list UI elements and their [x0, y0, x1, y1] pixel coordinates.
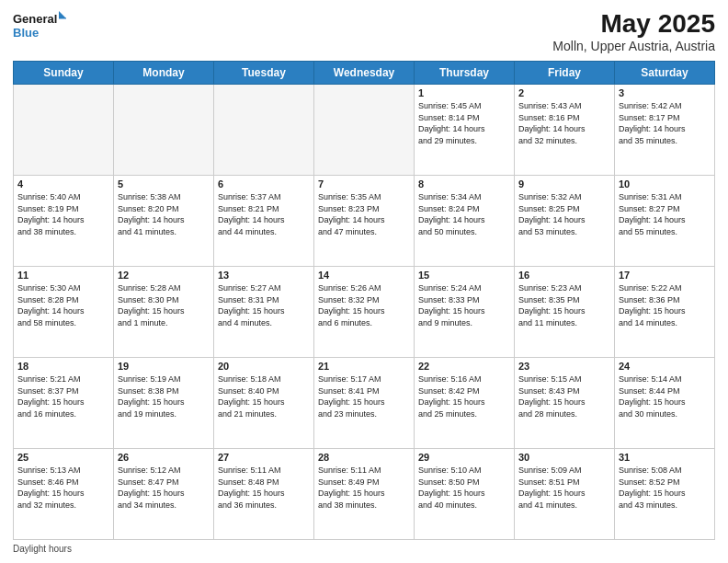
day-info: Sunrise: 5:24 AM Sunset: 8:33 PM Dayligh…	[418, 282, 510, 328]
calendar-body: 1Sunrise: 5:45 AM Sunset: 8:14 PM Daylig…	[14, 85, 715, 540]
day-number: 11	[17, 270, 109, 281]
calendar-cell: 8Sunrise: 5:34 AM Sunset: 8:24 PM Daylig…	[415, 176, 515, 267]
calendar-cell: 5Sunrise: 5:38 AM Sunset: 8:20 PM Daylig…	[114, 176, 214, 267]
weekday-header-cell: Saturday	[615, 62, 715, 85]
calendar-cell: 29Sunrise: 5:10 AM Sunset: 8:50 PM Dayli…	[415, 449, 515, 540]
day-number: 8	[418, 178, 510, 190]
calendar-cell: 30Sunrise: 5:09 AM Sunset: 8:51 PM Dayli…	[515, 449, 615, 540]
day-number: 23	[518, 361, 610, 372]
calendar-cell: 11Sunrise: 5:30 AM Sunset: 8:28 PM Dayli…	[14, 267, 114, 358]
day-number: 24	[619, 361, 711, 372]
calendar-cell: 15Sunrise: 5:24 AM Sunset: 8:33 PM Dayli…	[415, 267, 515, 358]
calendar-cell: 13Sunrise: 5:27 AM Sunset: 8:31 PM Dayli…	[214, 267, 314, 358]
calendar-cell: 14Sunrise: 5:26 AM Sunset: 8:32 PM Dayli…	[314, 267, 415, 358]
day-number: 16	[518, 270, 610, 281]
day-info: Sunrise: 5:19 AM Sunset: 8:38 PM Dayligh…	[118, 373, 210, 419]
day-number: 19	[118, 361, 210, 372]
weekday-header: SundayMondayTuesdayWednesdayThursdayFrid…	[14, 62, 715, 85]
day-number: 28	[318, 452, 410, 463]
day-number: 7	[318, 178, 410, 190]
day-info: Sunrise: 5:35 AM Sunset: 8:23 PM Dayligh…	[318, 191, 410, 237]
day-info: Sunrise: 5:23 AM Sunset: 8:35 PM Dayligh…	[518, 282, 610, 328]
calendar-cell: 18Sunrise: 5:21 AM Sunset: 8:37 PM Dayli…	[14, 358, 114, 449]
calendar-cell: 28Sunrise: 5:11 AM Sunset: 8:49 PM Dayli…	[314, 449, 415, 540]
day-info: Sunrise: 5:42 AM Sunset: 8:17 PM Dayligh…	[619, 100, 711, 146]
calendar-cell	[114, 85, 214, 176]
calendar-cell: 24Sunrise: 5:14 AM Sunset: 8:44 PM Dayli…	[615, 358, 715, 449]
day-number: 9	[518, 178, 610, 190]
calendar-cell: 19Sunrise: 5:19 AM Sunset: 8:38 PM Dayli…	[114, 358, 214, 449]
day-info: Sunrise: 5:13 AM Sunset: 8:46 PM Dayligh…	[17, 465, 109, 511]
calendar-cell: 16Sunrise: 5:23 AM Sunset: 8:35 PM Dayli…	[515, 267, 615, 358]
day-info: Sunrise: 5:45 AM Sunset: 8:14 PM Dayligh…	[418, 100, 510, 146]
day-number: 27	[218, 452, 310, 463]
calendar-table: SundayMondayTuesdayWednesdayThursdayFrid…	[13, 61, 715, 540]
day-number: 3	[619, 87, 711, 98]
calendar-week: 4Sunrise: 5:40 AM Sunset: 8:19 PM Daylig…	[14, 176, 715, 267]
calendar-cell: 7Sunrise: 5:35 AM Sunset: 8:23 PM Daylig…	[314, 176, 415, 267]
title-block: May 2025 Molln, Upper Austria, Austria	[552, 9, 715, 53]
day-info: Sunrise: 5:34 AM Sunset: 8:24 PM Dayligh…	[418, 191, 510, 237]
day-number: 25	[17, 452, 109, 463]
calendar-cell	[14, 85, 114, 176]
day-info: Sunrise: 5:16 AM Sunset: 8:42 PM Dayligh…	[418, 373, 510, 419]
calendar-week: 18Sunrise: 5:21 AM Sunset: 8:37 PM Dayli…	[14, 358, 715, 449]
day-info: Sunrise: 5:28 AM Sunset: 8:30 PM Dayligh…	[118, 282, 210, 328]
calendar-cell: 20Sunrise: 5:18 AM Sunset: 8:40 PM Dayli…	[214, 358, 314, 449]
day-info: Sunrise: 5:11 AM Sunset: 8:49 PM Dayligh…	[318, 465, 410, 511]
day-number: 29	[418, 452, 510, 463]
calendar-week: 1Sunrise: 5:45 AM Sunset: 8:14 PM Daylig…	[14, 85, 715, 176]
calendar-cell: 31Sunrise: 5:08 AM Sunset: 8:52 PM Dayli…	[615, 449, 715, 540]
svg-marker-2	[59, 11, 66, 18]
calendar-cell: 10Sunrise: 5:31 AM Sunset: 8:27 PM Dayli…	[615, 176, 715, 267]
calendar-cell: 3Sunrise: 5:42 AM Sunset: 8:17 PM Daylig…	[615, 85, 715, 176]
weekday-header-cell: Monday	[114, 62, 214, 85]
weekday-header-cell: Friday	[515, 62, 615, 85]
logo: General Blue	[13, 9, 68, 42]
header: General Blue May 2025 Molln, Upper Austr…	[13, 9, 715, 53]
footer-note: Daylight hours	[13, 544, 715, 554]
day-info: Sunrise: 5:12 AM Sunset: 8:47 PM Dayligh…	[118, 465, 210, 511]
day-number: 13	[218, 270, 310, 281]
day-info: Sunrise: 5:10 AM Sunset: 8:50 PM Dayligh…	[418, 465, 510, 511]
calendar-cell	[314, 85, 415, 176]
day-number: 22	[418, 361, 510, 372]
day-info: Sunrise: 5:11 AM Sunset: 8:48 PM Dayligh…	[218, 465, 310, 511]
day-info: Sunrise: 5:22 AM Sunset: 8:36 PM Dayligh…	[619, 282, 711, 328]
day-info: Sunrise: 5:09 AM Sunset: 8:51 PM Dayligh…	[518, 465, 610, 511]
weekday-header-cell: Tuesday	[214, 62, 314, 85]
weekday-header-cell: Thursday	[415, 62, 515, 85]
svg-text:Blue: Blue	[13, 26, 39, 40]
month-title: May 2025	[552, 9, 715, 39]
weekday-header-cell: Wednesday	[314, 62, 415, 85]
calendar-cell: 21Sunrise: 5:17 AM Sunset: 8:41 PM Dayli…	[314, 358, 415, 449]
calendar-cell: 23Sunrise: 5:15 AM Sunset: 8:43 PM Dayli…	[515, 358, 615, 449]
svg-text:General: General	[13, 12, 57, 26]
day-number: 26	[118, 452, 210, 463]
day-info: Sunrise: 5:14 AM Sunset: 8:44 PM Dayligh…	[619, 373, 711, 419]
day-number: 4	[17, 178, 109, 190]
calendar-cell: 12Sunrise: 5:28 AM Sunset: 8:30 PM Dayli…	[114, 267, 214, 358]
day-number: 5	[118, 178, 210, 190]
day-number: 18	[17, 361, 109, 372]
day-number: 30	[518, 452, 610, 463]
location-title: Molln, Upper Austria, Austria	[552, 39, 715, 53]
day-number: 14	[318, 270, 410, 281]
logo-svg: General Blue	[13, 9, 68, 42]
day-number: 10	[619, 178, 711, 190]
day-number: 6	[218, 178, 310, 190]
calendar-cell: 22Sunrise: 5:16 AM Sunset: 8:42 PM Dayli…	[415, 358, 515, 449]
day-info: Sunrise: 5:43 AM Sunset: 8:16 PM Dayligh…	[518, 100, 610, 146]
calendar-cell: 25Sunrise: 5:13 AM Sunset: 8:46 PM Dayli…	[14, 449, 114, 540]
calendar-cell	[214, 85, 314, 176]
day-info: Sunrise: 5:30 AM Sunset: 8:28 PM Dayligh…	[17, 282, 109, 328]
day-number: 2	[518, 87, 610, 98]
calendar-cell: 17Sunrise: 5:22 AM Sunset: 8:36 PM Dayli…	[615, 267, 715, 358]
day-info: Sunrise: 5:27 AM Sunset: 8:31 PM Dayligh…	[218, 282, 310, 328]
calendar-cell: 26Sunrise: 5:12 AM Sunset: 8:47 PM Dayli…	[114, 449, 214, 540]
calendar-cell: 2Sunrise: 5:43 AM Sunset: 8:16 PM Daylig…	[515, 85, 615, 176]
day-info: Sunrise: 5:15 AM Sunset: 8:43 PM Dayligh…	[518, 373, 610, 419]
day-info: Sunrise: 5:38 AM Sunset: 8:20 PM Dayligh…	[118, 191, 210, 237]
day-info: Sunrise: 5:40 AM Sunset: 8:19 PM Dayligh…	[17, 191, 109, 237]
day-info: Sunrise: 5:26 AM Sunset: 8:32 PM Dayligh…	[318, 282, 410, 328]
